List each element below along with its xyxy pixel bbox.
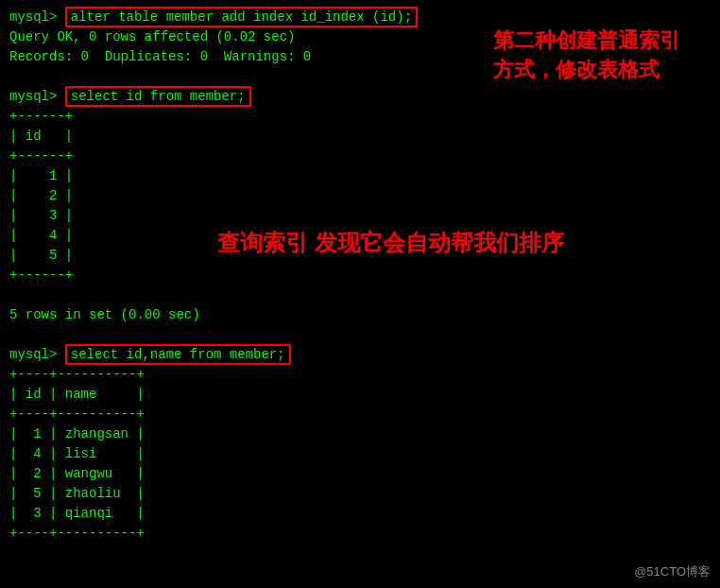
annotation-index-creation: 第二种创建普通索引 方式，修改表格式 [493,26,701,85]
prompt-2: mysql> [9,89,65,104]
line-16: mysql> select id,name from member; [9,345,711,365]
line-24: | 3 | qianqi | [9,504,711,524]
line-9: | 1 | [9,166,711,186]
annotation-auto-sort: 查询索引 发现它会自动帮我们排序 [217,227,576,259]
line-15: 5 rows in set (0.00 sec) [9,305,711,325]
line-17: +----+----------+ [9,365,711,385]
line-14: +------+ [9,266,711,285]
line-22: | 2 | wangwu | [9,464,711,484]
line-20: | 1 | zhangsan | [9,424,711,444]
line-18: | id | name | [9,385,711,405]
prompt-1: mysql> [9,9,65,25]
line-11: | 3 | [9,206,711,226]
line-7: | id | [9,127,711,147]
line-23: | 5 | zhaoliu | [9,484,711,504]
cmd-3: select id,name from member; [65,344,291,365]
prompt-3: mysql> [9,347,65,362]
line-10: | 2 | [9,186,711,206]
cmd-1: alter table member add index id_index (i… [65,7,418,27]
line-8: +------+ [9,147,711,166]
line-blank-3 [9,325,711,345]
line-21: | 4 | lisi | [9,444,711,464]
line-5: mysql> select id from member; [9,87,711,107]
line-blank-2 [9,285,711,305]
watermark: @51CTO博客 [634,563,711,580]
line-6: +------+ [9,107,711,127]
line-19: +----+----------+ [9,405,711,424]
line-1: mysql> alter table member add index id_i… [9,8,711,27]
line-25: +----+----------+ [9,524,711,544]
cmd-2: select id from member; [65,86,251,107]
